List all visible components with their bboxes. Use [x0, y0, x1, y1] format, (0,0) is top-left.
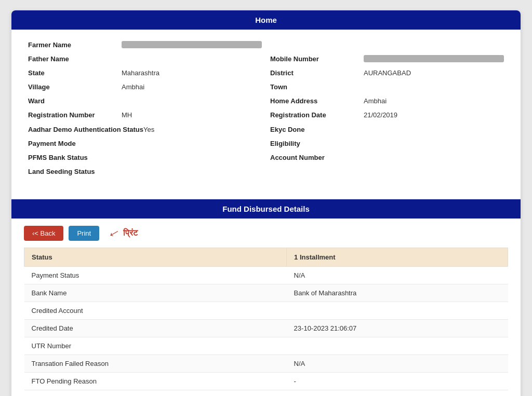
registration-number-value: MH	[122, 111, 262, 119]
table-cell-value: -	[287, 373, 508, 390]
eligibility-cell: Eligibility	[266, 136, 508, 151]
village-value: Ambhai	[122, 83, 262, 91]
fund-section-header: Fund Disbursed Details	[11, 199, 521, 219]
back-button[interactable]: ‹ < Back	[24, 226, 63, 241]
table-cell-label: Credited Account	[24, 302, 287, 320]
home-address-cell: Home Address Ambhai	[266, 94, 508, 108]
table-cell-value	[287, 337, 508, 355]
table-row: Bank NameBank of Maharashtra	[24, 284, 508, 302]
table-col1-header: Status	[24, 248, 287, 267]
eligibility-label: Eligibility	[270, 140, 364, 147]
pfms-cell: PFMS Bank Status	[24, 151, 266, 165]
table-cell-label: Payment Status	[24, 267, 287, 284]
account-number-label: Account Number	[270, 154, 364, 161]
home-section-header: Home	[11, 10, 521, 30]
table-row: Transation Failed ReasonN/A	[24, 355, 508, 373]
village-label: Village	[28, 83, 122, 91]
registration-date-value: 21/02/2019	[364, 111, 504, 119]
arrow-label-group: ← प्रिंट	[104, 225, 138, 241]
table-cell-value: N/A	[287, 355, 508, 373]
back-label: < Back	[34, 229, 55, 237]
mobile-number-value	[364, 55, 504, 62]
table-cell-value	[287, 302, 508, 320]
table-cell-value: 23-10-2023 21:06:07	[287, 320, 508, 337]
district-cell: District AURANGABAD	[266, 66, 508, 80]
state-value: Maharashtra	[122, 69, 262, 77]
buttons-row: ‹ < Back Print ← प्रिंट	[11, 219, 521, 248]
payment-mode-label: Payment Mode	[28, 140, 122, 147]
table-cell-label: Transation Failed Reason	[24, 355, 287, 373]
empty-cell-1	[266, 38, 508, 52]
table-cell-label: Bank Name	[24, 284, 287, 302]
aadhar-value: Yes	[143, 126, 262, 133]
village-cell: Village Ambhai	[24, 80, 266, 94]
town-label: Town	[270, 83, 364, 91]
print-button[interactable]: Print	[69, 226, 99, 241]
table-row: Credited Date23-10-2023 21:06:07	[24, 320, 508, 337]
farmer-name-label: Farmer Name	[28, 41, 122, 49]
table-row: UTR Number	[24, 337, 508, 355]
aadhar-cell: Aadhar Demo Authentication Status Yes	[24, 122, 266, 136]
main-container: Home Farmer Name Father Name Mobile Numb…	[11, 10, 521, 396]
table-row: FTO Pending Reason-	[24, 373, 508, 390]
payment-mode-cell: Payment Mode	[24, 136, 266, 151]
land-seeding-label: Land Seeding Status	[28, 168, 122, 175]
table-col2-header: 1 Installment	[287, 248, 508, 267]
land-seeding-cell: Land Seeding Status	[24, 165, 266, 179]
state-cell: State Maharashtra	[24, 66, 266, 80]
home-address-value: Ambhai	[364, 97, 504, 105]
ekyc-cell: Ekyc Done	[266, 122, 508, 136]
print-label: Print	[77, 229, 91, 237]
table-cell-value: N/A	[287, 267, 508, 284]
town-cell: Town	[266, 80, 508, 94]
district-value: AURANGABAD	[364, 69, 504, 77]
farmer-name-cell: Farmer Name	[24, 38, 266, 52]
table-cell-label: FTO Pending Reason	[24, 373, 287, 390]
state-label: State	[28, 69, 122, 77]
table-row: Payment StatusN/A	[24, 267, 508, 284]
fund-section: Fund Disbursed Details ‹ < Back Print ← …	[11, 199, 521, 390]
mobile-number-label: Mobile Number	[270, 55, 364, 63]
farmer-name-value	[122, 41, 262, 48]
father-name-cell: Father Name	[24, 52, 266, 66]
aadhar-label: Aadhar Demo Authentication Status	[28, 126, 143, 133]
ward-cell: Ward	[24, 94, 266, 108]
ward-label: Ward	[28, 97, 122, 105]
registration-number-cell: Registration Number MH	[24, 108, 266, 122]
arrow-icon: ←	[103, 222, 124, 244]
hindi-print-label: प्रिंट	[123, 228, 138, 238]
registration-number-label: Registration Number	[28, 111, 122, 119]
home-info-grid: Farmer Name Father Name Mobile Number St…	[11, 30, 521, 187]
account-number-cell: Account Number	[266, 151, 508, 165]
mobile-number-cell: Mobile Number	[266, 52, 508, 66]
fund-title: Fund Disbursed Details	[222, 204, 310, 213]
table-row: Credited Account	[24, 302, 508, 320]
empty-cell-last	[266, 165, 508, 179]
ekyc-label: Ekyc Done	[270, 126, 364, 133]
home-address-label: Home Address	[270, 97, 364, 105]
pfms-label: PFMS Bank Status	[28, 154, 122, 161]
registration-date-label: Registration Date	[270, 111, 364, 119]
registration-date-cell: Registration Date 21/02/2019	[266, 108, 508, 122]
table-cell-value: Bank of Maharashtra	[287, 284, 508, 302]
father-name-label: Father Name	[28, 55, 122, 63]
table-cell-label: Credited Date	[24, 320, 287, 337]
home-title: Home	[255, 16, 277, 24]
district-label: District	[270, 69, 364, 77]
fund-table: Status 1 Installment Payment StatusN/ABa…	[24, 248, 508, 390]
table-cell-label: UTR Number	[24, 337, 287, 355]
